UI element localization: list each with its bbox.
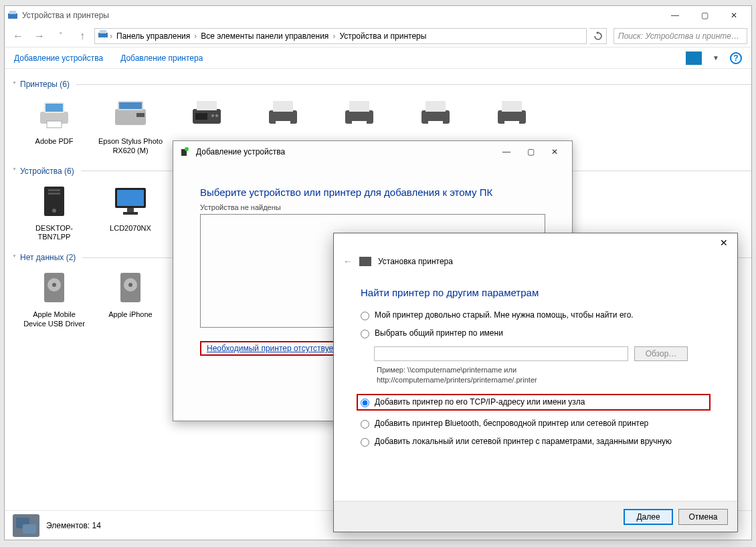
printer-icon xyxy=(412,96,459,133)
radio-bluetooth[interactable] xyxy=(361,420,369,429)
missing-printer-highlight: Необходимый принтер отсутствует xyxy=(200,341,343,356)
svg-rect-24 xyxy=(426,101,446,112)
svg-rect-36 xyxy=(123,212,138,215)
minimize-button[interactable]: — xyxy=(660,6,690,25)
svg-rect-28 xyxy=(504,121,519,128)
option-manual-printer[interactable]: Добавить локальный или сетевой принтер с… xyxy=(361,437,711,447)
wizard-titlebar: Добавление устройства — ▢ ✕ xyxy=(173,141,572,162)
device-item[interactable]: Adobe PDF xyxy=(22,96,86,156)
group-devices-title: Устройства (6) xyxy=(20,167,74,176)
device-add-icon xyxy=(179,146,189,157)
missing-printer-link[interactable]: Необходимый принтер отсутствует xyxy=(207,344,337,353)
svg-point-44 xyxy=(128,283,132,287)
monitor-icon xyxy=(107,183,154,220)
window-buttons: — ▢ ✕ xyxy=(660,6,749,25)
maximize-button[interactable]: ▢ xyxy=(690,6,719,25)
breadcrumb-root[interactable]: Панель управления xyxy=(114,31,193,41)
printer-icon xyxy=(488,96,535,133)
printer-icon xyxy=(359,257,371,266)
hdd-icon xyxy=(31,269,78,306)
refresh-button[interactable] xyxy=(589,28,607,44)
radio-tcpip[interactable] xyxy=(361,399,369,407)
device-label: Epson Stylus Photo RX620 (M) xyxy=(98,137,163,156)
option-label: Добавить принтер Bluetooth, беспроводной… xyxy=(375,419,648,428)
breadcrumb-mid[interactable]: Все элементы панели управления xyxy=(198,31,331,41)
wizard2-header-text: Установка принтера xyxy=(378,257,453,266)
back-arrow-icon[interactable]: ← xyxy=(343,256,353,267)
recent-dropdown[interactable]: ˅ xyxy=(52,27,70,45)
svg-rect-21 xyxy=(349,101,369,112)
group-nodata-title: Нет данных (2) xyxy=(20,253,76,262)
radio-old-printer[interactable] xyxy=(361,312,369,320)
browse-button[interactable]: Обзор… xyxy=(634,346,688,361)
status-devices-icon xyxy=(13,514,39,537)
chevron-down-icon: ˅ xyxy=(13,167,16,175)
device-item[interactable]: Apple Mobile Device USB Driver xyxy=(22,269,86,329)
next-button[interactable]: Далее xyxy=(624,509,673,525)
svg-rect-2 xyxy=(98,33,108,37)
svg-point-16 xyxy=(215,114,218,117)
device-label: LCD2070NX xyxy=(98,224,163,233)
computer-icon xyxy=(31,183,78,220)
svg-point-15 xyxy=(211,114,214,117)
device-label: Apple iPhone xyxy=(98,310,163,320)
options-group: Мой принтер довольно старый. Мне нужна п… xyxy=(334,310,737,447)
chevron-right-icon: › xyxy=(194,31,197,41)
help-icon[interactable]: ? xyxy=(730,52,742,64)
svg-rect-6 xyxy=(45,104,63,112)
svg-rect-34 xyxy=(117,190,144,206)
svg-rect-31 xyxy=(48,193,60,195)
option-tcpip-printer[interactable]: Добавить принтер по его TCP/IP-адресу ил… xyxy=(357,394,711,411)
printer-icon xyxy=(260,96,306,133)
svg-rect-14 xyxy=(195,113,207,120)
forward-button[interactable]: → xyxy=(30,27,49,45)
status-text: Элементов: 14 xyxy=(46,521,101,530)
wizard2-close[interactable]: ✕ xyxy=(715,235,733,250)
option-label: Мой принтер довольно старый. Мне нужна п… xyxy=(375,310,634,320)
breadcrumb-leaf[interactable]: Устройства и принтеры xyxy=(337,31,429,41)
device-item[interactable]: LCD2070NX xyxy=(98,183,163,243)
cancel-button[interactable]: Отмена xyxy=(678,509,728,525)
search-input[interactable]: Поиск: Устройства и принте… xyxy=(613,28,747,44)
example-text: Пример: \\computername\printername или h… xyxy=(377,365,711,386)
option-bluetooth-printer[interactable]: Добавить принтер Bluetooth, беспроводной… xyxy=(361,419,711,429)
wizard-heading: Выберите устройство или принтер для доба… xyxy=(200,187,545,198)
back-button[interactable]: ← xyxy=(9,27,27,45)
option-shared-printer[interactable]: Выбрать общий принтер по имени xyxy=(361,328,711,338)
group-printers-header[interactable]: ˅ Принтеры (6) xyxy=(13,80,751,89)
svg-rect-25 xyxy=(428,121,443,128)
svg-rect-10 xyxy=(119,102,142,109)
radio-manual[interactable] xyxy=(361,438,369,447)
device-item[interactable]: Epson Stylus Photo RX620 (M) xyxy=(98,96,163,156)
device-label: Adobe PDF xyxy=(22,137,86,146)
breadcrumb[interactable]: › Панель управления › Все элементы панел… xyxy=(94,28,587,44)
radio-shared-printer[interactable] xyxy=(361,330,369,338)
chevron-down-icon: ˅ xyxy=(13,81,16,88)
chevron-down-icon: ˅ xyxy=(13,254,16,261)
svg-rect-7 xyxy=(47,121,62,128)
wizard-maximize[interactable]: ▢ xyxy=(518,143,543,160)
view-options-icon[interactable] xyxy=(686,51,702,65)
close-button[interactable]: ✕ xyxy=(719,6,749,25)
device-item[interactable]: DESKTOP-TBN7LPP xyxy=(22,183,86,243)
wizard2-heading: Найти принтер по другим параметрам xyxy=(361,287,737,298)
svg-rect-46 xyxy=(23,524,36,534)
toolbar: Добавление устройства Добавление принтер… xyxy=(5,47,751,69)
devices-icon xyxy=(98,30,108,41)
wizard-minimize[interactable]: — xyxy=(494,143,518,160)
shared-printer-input[interactable] xyxy=(374,346,628,361)
fax-icon xyxy=(183,96,230,133)
group-printers-title: Принтеры (6) xyxy=(20,80,70,89)
chevron-right-icon: › xyxy=(333,31,335,41)
wizard-close[interactable]: ✕ xyxy=(543,143,567,160)
svg-rect-11 xyxy=(136,113,145,117)
device-item[interactable]: Apple iPhone xyxy=(98,269,163,329)
svg-rect-27 xyxy=(502,101,522,112)
view-dropdown[interactable]: ▼ xyxy=(713,54,719,62)
up-button[interactable]: ↑ xyxy=(73,27,92,45)
add-device-link[interactable]: Добавление устройства xyxy=(14,53,103,63)
add-printer-link[interactable]: Добавление принтера xyxy=(120,53,203,63)
svg-rect-18 xyxy=(273,101,293,112)
option-old-printer[interactable]: Мой принтер довольно старый. Мне нужна п… xyxy=(361,310,711,320)
svg-rect-35 xyxy=(127,208,134,212)
